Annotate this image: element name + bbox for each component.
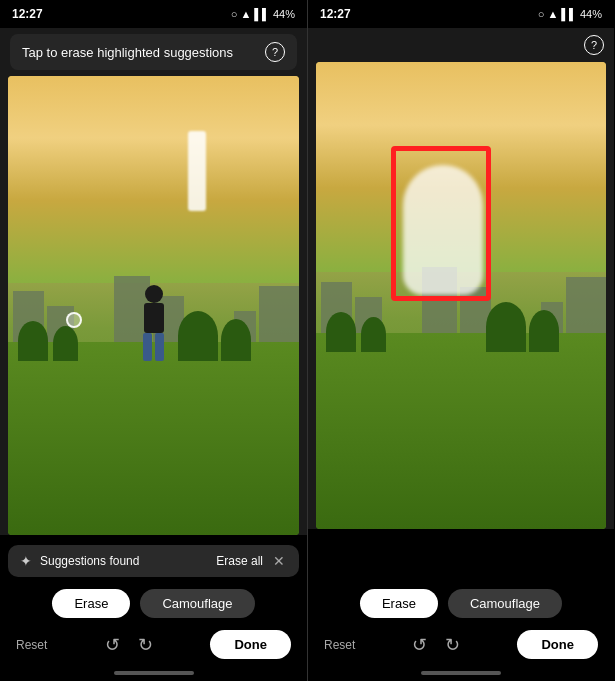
tree-4 <box>221 319 251 361</box>
mode-buttons-left: Erase Camouflage <box>0 581 307 624</box>
image-area-right[interactable] <box>316 62 606 529</box>
status-icons-text-left: ○ ▲ ▌▌ 44% <box>231 8 295 20</box>
tree-r3 <box>486 302 526 352</box>
erase-button-right[interactable]: Erase <box>360 589 438 618</box>
home-indicator-right <box>421 671 501 675</box>
suggestions-icon: ✦ <box>20 553 32 569</box>
status-time-left: 12:27 <box>12 7 43 21</box>
red-selection-box <box>391 146 491 301</box>
person-leg-right <box>155 333 164 361</box>
grass-right <box>316 333 606 529</box>
done-button-right[interactable]: Done <box>517 630 598 659</box>
tree-1 <box>18 321 48 361</box>
tooltip-text: Tap to erase highlighted suggestions <box>22 45 233 60</box>
scene-right <box>316 62 606 529</box>
action-bar-left: Reset ↺ ↻ Done <box>0 624 307 671</box>
status-bar-right: 12:27 ○ ▲ ▌▌ 44% <box>308 0 614 28</box>
bottom-area-right: Erase Camouflage Reset ↺ ↻ Done <box>308 529 614 681</box>
done-button-left[interactable]: Done <box>210 630 291 659</box>
person-figure <box>143 285 165 361</box>
home-indicator-left <box>114 671 194 675</box>
left-panel: 12:27 ○ ▲ ▌▌ 44% Tap to erase highlighte… <box>0 0 307 681</box>
camouflage-button-left[interactable]: Camouflage <box>140 589 254 618</box>
tree-r4 <box>529 310 559 352</box>
redo-button-left[interactable]: ↻ <box>138 634 153 656</box>
suggestions-text: Suggestions found <box>40 554 208 568</box>
action-bar-right: Reset ↺ ↻ Done <box>308 624 614 671</box>
scene-left <box>8 76 299 535</box>
undo-redo-right: ↺ ↻ <box>412 634 460 656</box>
reset-button-left[interactable]: Reset <box>16 638 47 652</box>
undo-button-right[interactable]: ↺ <box>412 634 427 656</box>
tree-r2 <box>361 317 386 352</box>
redo-button-right[interactable]: ↻ <box>445 634 460 656</box>
person-leg-left <box>143 333 152 361</box>
erase-all-button[interactable]: Erase all <box>216 554 263 568</box>
tree-3 <box>178 311 218 361</box>
suggestions-spacer-right <box>308 535 614 581</box>
help-icon-right[interactable]: ? <box>584 35 604 55</box>
reset-button-right[interactable]: Reset <box>324 638 355 652</box>
help-icon-tooltip[interactable]: ? <box>265 42 285 62</box>
grass-left <box>8 342 299 535</box>
tree-2 <box>53 326 78 361</box>
tooltip-bar: Tap to erase highlighted suggestions ? <box>10 34 297 70</box>
person-body <box>144 303 164 333</box>
status-icons-right: ○ ▲ ▌▌ 44% <box>538 8 602 20</box>
tree-r1 <box>326 312 356 352</box>
bottom-area-left: ✦ Suggestions found Erase all ✕ Erase Ca… <box>0 535 307 681</box>
undo-redo-left: ↺ ↻ <box>105 634 153 656</box>
highlight-vertical[interactable] <box>188 131 206 211</box>
status-icons-text-right: ○ ▲ ▌▌ 44% <box>538 8 602 20</box>
right-panel: 12:27 ○ ▲ ▌▌ 44% ? <box>307 0 614 681</box>
camouflage-button-right[interactable]: Camouflage <box>448 589 562 618</box>
image-area-left[interactable] <box>8 76 299 535</box>
suggestions-bar: ✦ Suggestions found Erase all ✕ <box>8 545 299 577</box>
close-icon[interactable]: ✕ <box>271 553 287 569</box>
status-bar-left: 12:27 ○ ▲ ▌▌ 44% <box>0 0 307 28</box>
right-panel-spacer: ? <box>308 28 614 62</box>
mode-buttons-right: Erase Camouflage <box>308 581 614 624</box>
person-legs <box>143 333 165 361</box>
person-head <box>145 285 163 303</box>
status-icons-left: ○ ▲ ▌▌ 44% <box>231 8 295 20</box>
undo-button-left[interactable]: ↺ <box>105 634 120 656</box>
status-time-right: 12:27 <box>320 7 351 21</box>
erase-button-left[interactable]: Erase <box>52 589 130 618</box>
